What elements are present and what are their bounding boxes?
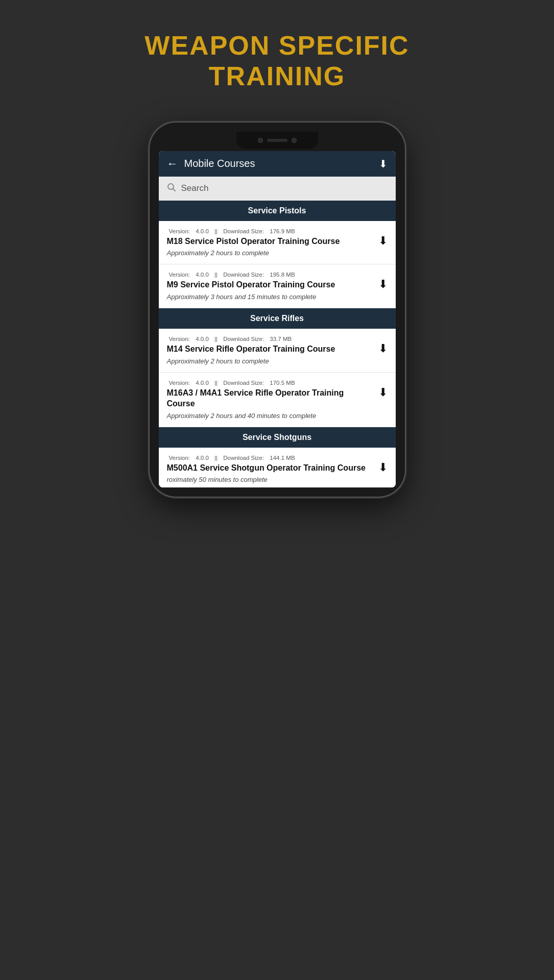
course-meta-m18: Version: 4.0.0 || Download Size: 176.9 M… — [167, 228, 373, 234]
m9-duration: Approximately 3 hours and 15 minutes to … — [167, 293, 373, 301]
version-label-m500a1: Version: — [169, 455, 190, 461]
camera-icon-2 — [292, 138, 297, 143]
section-header-service-shotguns: Service Shotguns — [159, 427, 396, 448]
download-size-label-m500a1: Download Size: — [223, 455, 264, 461]
separator-m9: || — [214, 272, 219, 278]
camera-icon — [258, 138, 263, 143]
m500a1-title: M500A1 Service Shotgun Operator Training… — [167, 463, 373, 474]
course-meta-m9: Version: 4.0.0 || Download Size: 195.8 M… — [167, 272, 373, 278]
m14-title: M14 Service Rifle Operator Training Cour… — [167, 344, 373, 355]
title-line1: WEAPON SPECIFIC — [144, 31, 409, 60]
course-meta-m16a3: Version: 4.0.0 || Download Size: 170.5 M… — [167, 380, 373, 386]
course-content-m9: Version: 4.0.0 || Download Size: 195.8 M… — [167, 272, 373, 301]
course-content-m500a1: Version: 4.0.0 || Download Size: 144.1 M… — [167, 455, 373, 484]
separator-m16a3: || — [214, 380, 219, 386]
back-button[interactable]: ← — [167, 157, 178, 170]
version-label-m16a3: Version: — [169, 380, 190, 386]
m500a1-size: 144.1 MB — [270, 455, 295, 461]
course-meta-m500a1: Version: 4.0.0 || Download Size: 144.1 M… — [167, 455, 373, 461]
m14-size: 33.7 MB — [270, 336, 292, 342]
title-line2: TRAINING — [209, 61, 345, 91]
m16a3-duration: Approximately 2 hours and 40 minutes to … — [167, 412, 373, 420]
m9-title: M9 Service Pistol Operator Training Cour… — [167, 280, 373, 290]
m16a3-download-button[interactable]: ⬇ — [378, 380, 388, 399]
m18-title: M18 Service Pistol Operator Training Cou… — [167, 236, 373, 247]
phone-notch — [236, 132, 318, 149]
version-label: Version: — [169, 228, 190, 234]
course-meta-m14: Version: 4.0.0 || Download Size: 33.7 MB — [167, 336, 373, 342]
m18-size: 176.9 MB — [270, 228, 295, 234]
download-size-label-m16a3: Download Size: — [223, 380, 264, 386]
speaker-icon — [267, 139, 287, 142]
m9-size: 195.8 MB — [270, 272, 295, 278]
version-label-m9: Version: — [169, 272, 190, 278]
course-content-m16a3: Version: 4.0.0 || Download Size: 170.5 M… — [167, 380, 373, 420]
separator-m500a1: || — [214, 455, 219, 461]
m9-download-button[interactable]: ⬇ — [378, 272, 388, 291]
separator: || — [214, 228, 219, 234]
course-item-m16a3-m4a1[interactable]: Version: 4.0.0 || Download Size: 170.5 M… — [159, 373, 396, 427]
separator-m14: || — [214, 336, 219, 342]
m9-version: 4.0.0 — [196, 272, 209, 278]
download-size-label: Download Size: — [223, 228, 264, 234]
m14-version: 4.0.0 — [196, 336, 209, 342]
course-content-m14: Version: 4.0.0 || Download Size: 33.7 MB… — [167, 336, 373, 365]
m500a1-duration: roximately 50 minutes to complete — [167, 476, 373, 483]
course-item-m9[interactable]: Version: 4.0.0 || Download Size: 195.8 M… — [159, 264, 396, 308]
m18-download-button[interactable]: ⬇ — [378, 228, 388, 248]
course-item-m500a1[interactable]: Version: 4.0.0 || Download Size: 144.1 M… — [159, 448, 396, 488]
section-header-service-rifles: Service Rifles — [159, 308, 396, 329]
m16a3-title: M16A3 / M4A1 Service Rifle Operator Trai… — [167, 388, 373, 409]
m500a1-download-button[interactable]: ⬇ — [378, 455, 388, 474]
course-item-m18[interactable]: Version: 4.0.0 || Download Size: 176.9 M… — [159, 221, 396, 265]
course-item-m14[interactable]: Version: 4.0.0 || Download Size: 33.7 MB… — [159, 329, 396, 373]
download-size-label-m9: Download Size: — [223, 272, 264, 278]
app-bar-title: Mobile Courses — [184, 158, 373, 169]
download-all-button[interactable]: ⬇ — [379, 158, 388, 170]
version-label-m14: Version: — [169, 336, 190, 342]
svg-line-1 — [173, 188, 175, 191]
course-content-m18: Version: 4.0.0 || Download Size: 176.9 M… — [167, 228, 373, 257]
search-icon — [167, 183, 176, 194]
m18-version: 4.0.0 — [196, 228, 209, 234]
search-input[interactable]: Search — [181, 183, 209, 193]
phone-device: ← Mobile Courses ⬇ Search Service Pistol… — [150, 122, 405, 497]
m14-duration: Approximately 2 hours to complete — [167, 357, 373, 365]
m500a1-version: 4.0.0 — [196, 455, 209, 461]
section-header-service-pistols: Service Pistols — [159, 201, 396, 221]
page-title: WEAPON SPECIFIC TRAINING — [144, 31, 409, 122]
download-size-label-m14: Download Size: — [223, 336, 264, 342]
m14-download-button[interactable]: ⬇ — [378, 336, 388, 355]
m18-duration: Approximately 2 hours to complete — [167, 249, 373, 257]
m16a3-version: 4.0.0 — [196, 380, 209, 386]
m16a3-size: 170.5 MB — [270, 380, 295, 386]
app-bar: ← Mobile Courses ⬇ — [159, 151, 396, 177]
phone-screen: ← Mobile Courses ⬇ Search Service Pistol… — [159, 151, 396, 488]
search-bar[interactable]: Search — [159, 177, 396, 201]
